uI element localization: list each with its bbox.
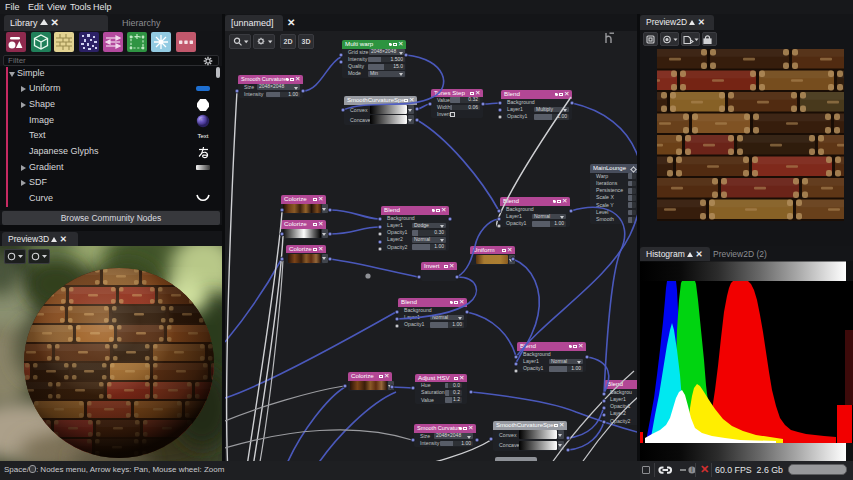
svg-text:i: i: [691, 466, 692, 473]
